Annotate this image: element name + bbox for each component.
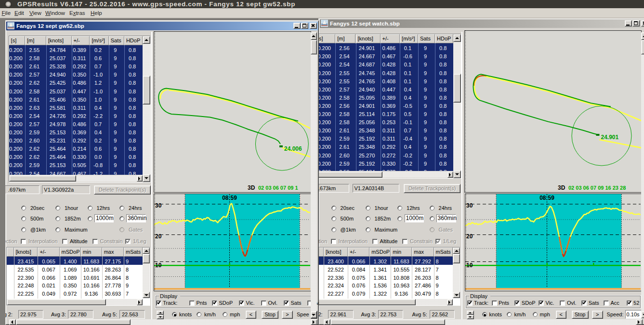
svg-text:24.901: 24.901	[601, 134, 619, 141]
svg-text:24.006: 24.006	[284, 145, 302, 152]
